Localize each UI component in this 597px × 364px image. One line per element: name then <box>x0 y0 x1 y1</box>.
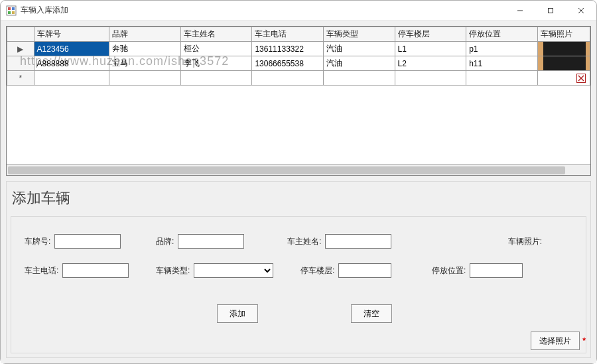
table-cell[interactable]: 桓公 <box>180 42 252 56</box>
table-cell[interactable]: 李飞 <box>180 56 252 71</box>
input-owner[interactable] <box>325 234 391 249</box>
scrollbar-thumb[interactable] <box>8 166 565 174</box>
choose-photo-button[interactable]: 选择照片 <box>531 332 580 350</box>
col-photo[interactable]: 车辆照片 <box>537 27 590 42</box>
row-header[interactable]: * <box>7 71 34 86</box>
table-cell[interactable]: 宝马 <box>109 56 181 71</box>
app-icon <box>6 5 17 16</box>
label-type: 车辆类型: <box>156 265 190 276</box>
add-vehicle-panel: 添加车辆 车牌号: 品牌: 车主姓名: <box>6 181 591 358</box>
required-star: * <box>582 336 586 345</box>
vehicle-grid[interactable]: 车牌号 品牌 车主姓名 车主电话 车辆类型 停车楼层 停放位置 车辆照片 ▶A1… <box>6 26 591 176</box>
col-owner[interactable]: 车主姓名 <box>180 27 252 42</box>
form-title: 添加车辆 <box>7 182 590 212</box>
select-type[interactable] <box>194 263 273 278</box>
table-cell[interactable]: 13611133322 <box>252 42 324 56</box>
table-row[interactable]: A888888宝马李飞13066655538汽油L2h11 <box>7 56 590 71</box>
col-type[interactable]: 车辆类型 <box>324 27 395 42</box>
table-cell[interactable] <box>252 71 324 86</box>
table-cell[interactable]: L2 <box>395 56 466 71</box>
col-floor[interactable]: 停车楼层 <box>395 27 466 42</box>
col-brand[interactable]: 品牌 <box>109 27 181 42</box>
label-floor: 停车楼层: <box>300 265 334 276</box>
table-cell[interactable] <box>34 71 109 86</box>
input-floor[interactable] <box>338 263 391 278</box>
table-cell[interactable]: 汽油 <box>324 56 395 71</box>
table-cell[interactable] <box>466 71 538 86</box>
form-inner: 车牌号: 品牌: 车主姓名: 车辆照片: <box>11 216 586 353</box>
input-plate[interactable] <box>54 234 121 249</box>
col-plate[interactable]: 车牌号 <box>34 27 109 42</box>
svg-rect-1 <box>8 7 11 10</box>
table-cell[interactable]: p1 <box>466 42 538 56</box>
broken-image-icon <box>538 71 590 85</box>
svg-rect-6 <box>549 8 553 13</box>
titlebar: 车辆入库添加 <box>1 1 596 21</box>
svg-rect-4 <box>12 11 15 14</box>
photo-cell[interactable] <box>537 71 590 86</box>
row-header[interactable]: ▶ <box>7 42 34 56</box>
table-cell[interactable]: A888888 <box>34 56 109 71</box>
grid-corner[interactable] <box>7 27 34 42</box>
table-row[interactable]: * <box>7 71 590 86</box>
app-window: 车辆入库添加 https://www.huzhan.com/ishop3572 <box>0 0 597 364</box>
table-cell[interactable]: 汽油 <box>324 42 395 56</box>
window-title: 车辆入库添加 <box>21 5 505 16</box>
table-cell[interactable] <box>180 71 252 86</box>
label-photo: 车辆照片: <box>508 236 542 247</box>
photo-thumbnail <box>538 56 590 70</box>
photo-cell[interactable] <box>537 42 590 56</box>
col-slot[interactable]: 停放位置 <box>466 27 538 42</box>
input-phone[interactable] <box>62 263 129 278</box>
table-cell[interactable] <box>395 71 466 86</box>
close-button[interactable] <box>566 1 596 21</box>
table-row[interactable]: ▶A123456奔驰桓公13611133322汽油L1p1 <box>7 42 590 56</box>
table-cell[interactable]: h11 <box>466 56 538 71</box>
table-cell[interactable] <box>109 71 181 86</box>
table-cell[interactable]: 13066655538 <box>252 56 324 71</box>
svg-rect-3 <box>8 11 11 14</box>
label-owner: 车主姓名: <box>287 236 321 247</box>
svg-rect-2 <box>12 7 15 10</box>
table-cell[interactable]: A123456 <box>34 42 109 56</box>
maximize-button[interactable] <box>535 1 566 21</box>
client-area: https://www.huzhan.com/ishop3572 车牌号 品牌 <box>1 21 596 363</box>
grid-horizontal-scrollbar[interactable] <box>7 164 590 175</box>
photo-thumbnail <box>538 42 590 56</box>
label-slot: 停放位置: <box>432 265 466 276</box>
label-plate: 车牌号: <box>25 236 50 247</box>
table-cell[interactable]: 奔驰 <box>109 42 181 56</box>
row-header[interactable] <box>7 56 34 71</box>
input-slot[interactable] <box>470 263 523 278</box>
window-buttons <box>505 1 596 21</box>
col-phone[interactable]: 车主电话 <box>252 27 324 42</box>
grid-header-row: 车牌号 品牌 车主姓名 车主电话 车辆类型 停车楼层 停放位置 车辆照片 <box>7 27 590 42</box>
table-cell[interactable]: L1 <box>395 42 466 56</box>
clear-button[interactable]: 清空 <box>351 304 392 323</box>
photo-cell[interactable] <box>537 56 590 71</box>
minimize-button[interactable] <box>505 1 535 21</box>
add-button[interactable]: 添加 <box>217 304 258 323</box>
label-phone: 车主电话: <box>25 265 58 276</box>
input-brand[interactable] <box>178 234 244 249</box>
table-cell[interactable] <box>324 71 395 86</box>
label-brand: 品牌: <box>156 236 174 247</box>
